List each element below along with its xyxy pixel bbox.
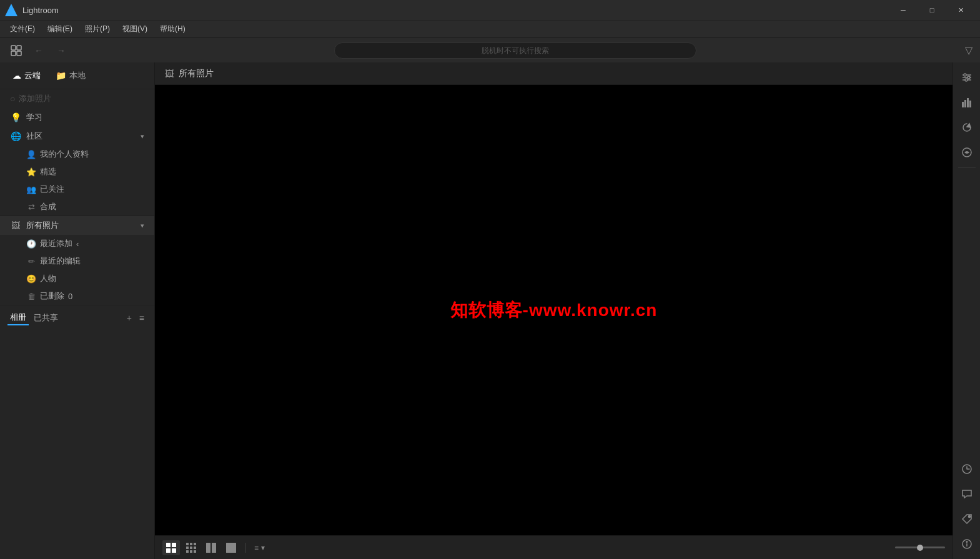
svg-rect-1 [17, 46, 21, 50]
svg-rect-2 [11, 51, 16, 56]
svg-rect-15 [190, 550, 192, 553]
filter-button[interactable]: ▽ [965, 44, 973, 56]
add-icon: ○ [10, 94, 15, 104]
watermark-text: 知软博客-www.knowr.cn [450, 299, 658, 322]
info-button[interactable] [957, 534, 977, 554]
toolbar: ← → ▽ [0, 37, 980, 62]
close-button[interactable]: ✕ [946, 0, 975, 20]
sidebar-item-deleted[interactable]: 🗑 已删除 0 [0, 287, 154, 305]
following-icon: 👥 [26, 185, 36, 194]
sort-album-button[interactable]: ≡ [137, 312, 147, 324]
add-album-button[interactable]: + [124, 312, 134, 324]
svg-rect-12 [190, 547, 192, 549]
svg-point-33 [968, 516, 970, 518]
app-icon [5, 4, 17, 16]
svg-rect-9 [190, 543, 192, 545]
zoom-area [895, 547, 945, 548]
comment-button[interactable] [957, 484, 977, 504]
tag-button[interactable] [957, 509, 977, 529]
sidebar-group-community[interactable]: 🌐 社区 ▾ [0, 127, 154, 146]
search-bar [334, 42, 696, 59]
svg-rect-14 [186, 550, 189, 553]
sort-button[interactable]: ≡ ▾ [250, 542, 269, 553]
view-grid-small-button[interactable] [182, 540, 200, 555]
grid-view-button[interactable] [7, 42, 25, 59]
masks-button[interactable] [957, 142, 977, 162]
content-header-title: 所有照片 [179, 68, 214, 79]
svg-rect-28 [967, 98, 969, 107]
right-panel [953, 62, 980, 559]
cloud-icon: ☁ [12, 71, 21, 81]
content-header: 🖼 所有照片 [155, 62, 953, 85]
all-photos-expand-icon: ▾ [141, 222, 144, 230]
view-grid-large-button[interactable] [162, 540, 180, 555]
svg-rect-18 [212, 543, 216, 553]
maximize-button[interactable]: □ [918, 0, 946, 20]
menu-help[interactable]: 帮助(H) [155, 22, 191, 36]
recently-added-icon: 🕐 [26, 239, 36, 249]
back-button[interactable]: ← [30, 42, 47, 59]
svg-marker-30 [967, 124, 971, 127]
cloud-tab[interactable]: ☁ 云端 [7, 67, 46, 84]
photo-canvas: 知软博客-www.knowr.cn [155, 85, 953, 535]
forward-button[interactable]: → [52, 42, 70, 59]
zoom-slider[interactable] [895, 547, 945, 548]
sidebar-item-people[interactable]: 😊 人物 [0, 270, 154, 287]
svg-rect-13 [194, 547, 196, 549]
sidebar-group-all-photos[interactable]: 🖼 所有照片 ▾ [0, 215, 154, 235]
window-controls: ─ □ ✕ [889, 0, 975, 20]
toolbar-separator [245, 543, 245, 553]
sidebar-item-profile[interactable]: 👤 我的个人资料 [0, 146, 154, 163]
recently-added-arrow: ‹ [76, 239, 79, 249]
menu-photo[interactable]: 照片(P) [80, 22, 115, 36]
menu-view[interactable]: 视图(V) [117, 22, 152, 36]
sidebar-item-recently-added[interactable]: 🕐 最近添加 ‹ [0, 235, 154, 252]
view-compare-button[interactable] [202, 540, 220, 555]
minimize-button[interactable]: ─ [889, 0, 918, 20]
history-button[interactable] [957, 459, 977, 479]
profile-icon: 👤 [26, 150, 36, 159]
menu-edit[interactable]: 编辑(E) [42, 22, 77, 36]
svg-rect-10 [194, 543, 196, 545]
svg-rect-0 [11, 46, 16, 50]
local-tab[interactable]: 📁 本地 [51, 67, 91, 84]
rotate-button[interactable] [957, 117, 977, 137]
svg-point-36 [966, 542, 968, 543]
people-icon: 😊 [26, 274, 36, 284]
add-photo-button[interactable]: ○ 添加照片 [0, 89, 154, 108]
svg-rect-16 [194, 550, 196, 553]
sidebar-item-recently-edited[interactable]: ✏ 最近的编辑 [0, 252, 154, 270]
album-tab-shared[interactable]: 已共享 [31, 311, 61, 325]
all-photos-icon: 🖼 [10, 220, 21, 230]
search-input[interactable] [342, 46, 688, 55]
recently-edited-icon: ✏ [26, 257, 36, 266]
svg-point-23 [964, 74, 966, 76]
community-expand-icon: ▾ [141, 132, 144, 141]
sidebar: ☁ 云端 📁 本地 ○ 添加照片 💡 学习 🌐 社区 ▾ 👤 我的 [0, 62, 155, 559]
sidebar-item-following[interactable]: 👥 已关注 [0, 181, 154, 198]
sidebar-item-discover[interactable]: ⭐ 精选 [0, 163, 154, 181]
svg-rect-4 [166, 543, 171, 547]
zoom-thumb [917, 545, 923, 551]
content-area: 🖼 所有照片 知软博客-www.knowr.cn [155, 62, 953, 559]
menu-file[interactable]: 文件(E) [5, 22, 40, 36]
view-detail-button[interactable] [222, 540, 240, 555]
sort-icon: ≡ [254, 543, 259, 552]
histogram-button[interactable] [957, 92, 977, 112]
svg-point-25 [965, 79, 968, 81]
svg-rect-8 [186, 543, 189, 545]
svg-rect-19 [226, 543, 236, 553]
sort-arrow: ▾ [261, 543, 265, 552]
titlebar: Lightroom ─ □ ✕ [0, 0, 980, 20]
album-tab-albums[interactable]: 相册 [7, 310, 29, 325]
mixtures-icon: ⇄ [26, 202, 36, 212]
presets-button[interactable] [957, 67, 977, 87]
svg-rect-17 [206, 543, 210, 553]
sidebar-item-learn[interactable]: 💡 学习 [0, 108, 154, 127]
svg-rect-27 [964, 100, 966, 107]
right-panel-divider [958, 167, 976, 168]
svg-point-24 [968, 76, 970, 79]
content-header-icon: 🖼 [165, 69, 174, 79]
sidebar-item-mixtures[interactable]: ⇄ 合成 [0, 198, 154, 215]
album-tabs-row: 相册 已共享 + ≡ [0, 305, 154, 328]
